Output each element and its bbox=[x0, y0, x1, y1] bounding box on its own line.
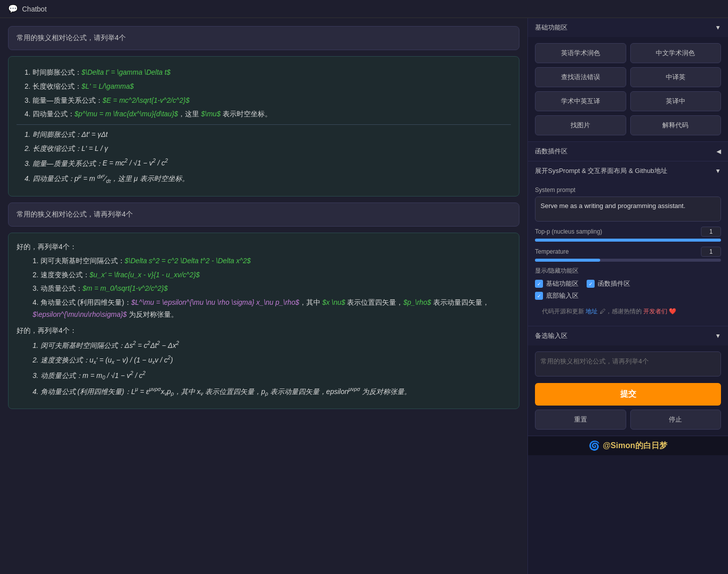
backup-textarea[interactable] bbox=[535, 351, 721, 376]
backup-input-header[interactable]: 备选输入区 ▼ bbox=[528, 326, 728, 345]
formula-item-1-rendered: 1. 时间膨胀公式：Δt′ = γΔt bbox=[25, 129, 511, 141]
sys-prompt-header[interactable]: 展开SysPrompt & 交互界面布局 & Github地址 ▼ bbox=[528, 161, 728, 180]
temperature-value[interactable]: 1 bbox=[701, 247, 721, 257]
divider-1 bbox=[17, 124, 511, 125]
assistant-message-2: 好的，再列举4个： 1. 闵可夫斯基时空间隔公式：$\Delta s^2 = c… bbox=[8, 233, 519, 409]
reply-intro: 好的，再列举4个： bbox=[17, 241, 511, 253]
formula-2-rendered: L′ = L / γ bbox=[82, 144, 108, 152]
checkbox-basic[interactable]: ✓ 基础功能区 bbox=[535, 279, 579, 288]
formula2-item-2-rendered: 2. 速度变换公式：ux′ = (ux − v) / (1 − uxv / c2… bbox=[33, 353, 511, 367]
formula-4-latex: $p^\mu = m \frac{dx^\mu}{d\tau}$ bbox=[75, 110, 178, 118]
chatbot-icon: 💬 bbox=[8, 4, 18, 14]
basic-functions-header[interactable]: 基础功能区 ▼ bbox=[528, 18, 728, 37]
top-p-row: Top-p (nucleus sampling) 1 bbox=[535, 227, 721, 237]
user-message-2-text: 常用的狭义相对论公式，请再列举4个 bbox=[17, 210, 133, 218]
top-p-label: Top-p (nucleus sampling) bbox=[535, 228, 602, 235]
sidebar: 基础功能区 ▼ 英语学术润色 中文学术润色 查找语法错误 中译英 学术中英互译 … bbox=[527, 18, 728, 574]
formula2-4-p: $p_\rho$ bbox=[403, 298, 431, 306]
backup-section-content: 提交 重置 停止 bbox=[528, 345, 728, 436]
submit-button[interactable]: 提交 bbox=[535, 383, 721, 406]
app-title: Chatbot bbox=[22, 5, 47, 13]
plugin-arrow: ◀ bbox=[716, 148, 721, 155]
formula2-item-4-rendered: 4. 角动量公式 (利用四维矢量)：Lμ = εμνρσxνpρ，其中 xν 表… bbox=[33, 385, 511, 399]
source-link[interactable]: 地址 bbox=[586, 308, 598, 315]
basic-functions-grid: 英语学术润色 中文学术润色 查找语法错误 中译英 学术中英互译 英译中 找图片 … bbox=[528, 37, 728, 141]
backup-input-arrow: ▼ bbox=[715, 332, 721, 339]
basic-functions-title: 基础功能区 bbox=[535, 23, 568, 32]
formula2-2-latex: $u_x' = \frac{u_x - v}{1 - u_xv/c^2}$ bbox=[90, 271, 200, 279]
top-p-slider-fill bbox=[535, 239, 721, 242]
formula2-item-3-rendered: 3. 动质量公式：m = m0 / √1 − v2 / c2 bbox=[33, 369, 511, 382]
checkbox-bottom-input[interactable]: ✓ 底部输入区 bbox=[535, 291, 579, 300]
source-row: 代码开源和更新 地址 🖊，感谢热情的 开发者们 ❤️ bbox=[535, 303, 721, 320]
stop-button[interactable]: 停止 bbox=[630, 410, 721, 430]
basic-functions-arrow: ▼ bbox=[715, 24, 721, 31]
bottom-actions: 重置 停止 bbox=[535, 410, 721, 430]
chat-panel: 常用的狭义相对论公式，请列举4个 1. 时间膨胀公式：$\Delta t' = … bbox=[0, 18, 527, 574]
formula-1-latex: $\Delta t' = \gamma \Delta t$ bbox=[82, 68, 170, 76]
top-p-value[interactable]: 1 bbox=[701, 227, 721, 237]
source-heart: ❤️ bbox=[669, 308, 676, 315]
checkbox-bottom-box: ✓ bbox=[535, 292, 543, 300]
temperature-slider[interactable] bbox=[535, 259, 721, 262]
watermark-bar: 🌀 @Simon的白日梦 bbox=[528, 436, 728, 455]
top-p-slider[interactable] bbox=[535, 239, 721, 242]
sys-prompt-section: 展开SysPrompt & 交互界面布局 & Github地址 ▼ System… bbox=[528, 161, 728, 326]
formula-4-mu: $\mu$ bbox=[201, 110, 221, 118]
reset-button[interactable]: 重置 bbox=[535, 410, 626, 430]
assistant-message-1: 1. 时间膨胀公式：$\Delta t' = \gamma \Delta t$ … bbox=[8, 56, 519, 197]
plugin-section-title: 函数插件区 bbox=[535, 147, 568, 156]
formula2-item-3-raw: 3. 动质量公式：$m = m_0/\sqrt{1-v^2/c^2}$ bbox=[33, 283, 511, 295]
formula-item-4-raw: 4. 四动量公式：$p^\mu = m \frac{dx^\mu}{d\tau}… bbox=[25, 108, 511, 120]
formula2-item-4-raw: 4. 角动量公式 (利用四维矢量)：$L^\mu = \epsilon^{\mu… bbox=[33, 297, 511, 321]
user-message-2: 常用的狭义相对论公式，请再列举4个 bbox=[8, 203, 519, 227]
formula-1-rendered: Δt′ = γΔt bbox=[82, 130, 108, 138]
formula-4-rendered: pμ = m dxμ⁄dτ bbox=[75, 174, 111, 182]
formula2-item-1-rendered: 1. 闵可夫斯基时空间隔公式：Δs2 = c2Δt2 − Δx2 bbox=[33, 339, 511, 351]
formula2-4-latex: $L^\mu = \epsilon^{\mu \nu \rho \sigma} … bbox=[131, 298, 299, 306]
btn-grammar-check[interactable]: 查找语法错误 bbox=[535, 67, 626, 87]
formula-2-latex: $L' = L/\gamma$ bbox=[82, 82, 134, 90]
formula-list-2-raw: 1. 闵可夫斯基时空间隔公式：$\Delta s^2 = c^2 \Delta … bbox=[25, 255, 511, 321]
formula2-3-latex: $m = m_0/\sqrt{1-v^2/c^2}$ bbox=[83, 284, 168, 292]
source-prefix: 代码开源和更新 bbox=[542, 308, 584, 315]
btn-zh-to-en[interactable]: 中译英 bbox=[630, 67, 721, 87]
watermark-text: @Simon的白日梦 bbox=[603, 441, 667, 451]
formula2-item-2-raw: 2. 速度变换公式：$u_x' = \frac{u_x - v}{1 - u_x… bbox=[33, 269, 511, 281]
contrib-link[interactable]: 开发者们 bbox=[643, 308, 667, 315]
checkbox-row-1: ✓ 基础功能区 ✓ 函数插件区 bbox=[535, 279, 721, 288]
btn-en-academic[interactable]: 英语学术润色 bbox=[535, 43, 626, 63]
formula2-item-1-raw: 1. 闵可夫斯基时空间隔公式：$\Delta s^2 = c^2 \Delta … bbox=[33, 255, 511, 267]
btn-en-to-zh[interactable]: 英译中 bbox=[630, 91, 721, 111]
checkbox-basic-label: 基础功能区 bbox=[546, 279, 579, 288]
weibo-icon: 🌀 bbox=[589, 440, 600, 451]
checkbox-plugin-label: 函数插件区 bbox=[598, 279, 630, 288]
checkbox-basic-box: ✓ bbox=[535, 280, 543, 288]
app-header: 💬 Chatbot bbox=[0, 0, 728, 18]
temperature-row: Temperature 1 bbox=[535, 247, 721, 257]
formula-3-latex: $E = mc^2/\sqrt{1-v^2/c^2}$ bbox=[103, 96, 190, 104]
plugin-section-header[interactable]: 函数插件区 ◀ bbox=[528, 142, 728, 161]
btn-explain-code[interactable]: 解释代码 bbox=[630, 115, 721, 135]
sys-prompt-content: System prompt Serve me as a writing and … bbox=[528, 180, 728, 326]
checkbox-bottom-label: 底部输入区 bbox=[546, 291, 579, 300]
reply-intro-2: 好的，再列举4个： bbox=[17, 325, 511, 337]
source-middle: 🖊，感谢热情的 bbox=[600, 308, 642, 315]
checkbox-plugin-box: ✓ bbox=[587, 280, 595, 288]
checkbox-plugin[interactable]: ✓ 函数插件区 bbox=[587, 279, 630, 288]
user-message-1: 常用的狭义相对论公式，请列举4个 bbox=[8, 26, 519, 50]
formula2-4-x: $x \nu$ bbox=[322, 298, 345, 306]
formula-item-1-raw: 1. 时间膨胀公式：$\Delta t' = \gamma \Delta t$ bbox=[25, 67, 511, 79]
plugin-section: 函数插件区 ◀ bbox=[528, 142, 728, 161]
sys-prompt-arrow: ▼ bbox=[715, 167, 721, 174]
basic-functions-section: 基础功能区 ▼ 英语学术润色 中文学术润色 查找语法错误 中译英 学术中英互译 … bbox=[528, 18, 728, 142]
formula-list-raw: 1. 时间膨胀公式：$\Delta t' = \gamma \Delta t$ … bbox=[17, 67, 511, 120]
formula-list-2-rendered: 1. 闵可夫斯基时空间隔公式：Δs2 = c2Δt2 − Δx2 2. 速度变换… bbox=[25, 339, 511, 399]
formula-3-rendered: E = mc2 / √1 − v2 / c2 bbox=[103, 159, 168, 167]
btn-find-image[interactable]: 找图片 bbox=[535, 115, 626, 135]
btn-academic-translate[interactable]: 学术中英互译 bbox=[535, 91, 626, 111]
btn-zh-academic[interactable]: 中文学术润色 bbox=[630, 43, 721, 63]
sys-prompt-value[interactable]: Serve me as a writing and programming as… bbox=[535, 197, 721, 222]
formula-item-2-rendered: 2. 长度收缩公式：L′ = L / γ bbox=[25, 143, 511, 155]
user-message-1-text: 常用的狭义相对论公式，请列举4个 bbox=[17, 34, 126, 42]
